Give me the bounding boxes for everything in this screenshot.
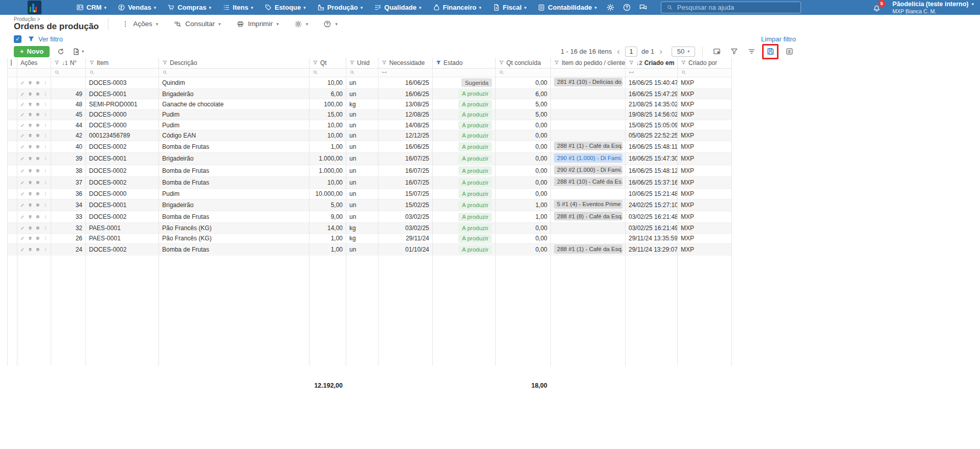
menu-contabilidade[interactable]: Contabilidade▾ [532,4,602,11]
order-link-chip[interactable]: 281 #1 (10) - Delícias do... [554,78,622,86]
delete-icon[interactable] [28,202,32,208]
print-icon[interactable] [36,168,40,174]
menu-itens[interactable]: Itens▾ [217,4,259,11]
delete-icon[interactable] [28,122,32,128]
funnel-active-icon[interactable] [436,60,441,65]
limpar-filtro-link[interactable]: Limpar filtro [761,35,796,43]
table-row[interactable]: 36DOCES-0000Pudim10.000,00un15/07/25A pr… [8,189,732,199]
menu-estoque[interactable]: Estoque▾ [259,4,311,11]
more-actions-icon[interactable] [43,246,48,253]
columns-config-button[interactable] [710,46,723,58]
print-icon[interactable] [36,191,40,197]
prev-page-button[interactable]: ‹ [616,47,621,56]
edit-icon[interactable] [20,246,25,253]
column-header-num[interactable]: ↓1N° [51,58,86,68]
column-filter-unid[interactable] [346,68,378,77]
print-icon[interactable] [36,101,40,107]
delete-icon[interactable] [28,235,32,241]
edit-icon[interactable] [20,235,25,241]
table-row[interactable]: 24DOCES-0002Bomba de Frutas1,00un01/10/2… [8,244,732,256]
more-actions-icon[interactable] [43,144,48,150]
delete-icon[interactable] [28,80,32,86]
export-button[interactable]: ▾ [72,48,84,56]
table-row[interactable]: 40DOCES-0002Bomba de Frutas1,00un16/06/2… [8,141,732,152]
table-row[interactable]: 37DOCES-0002Bomba de Frutas10,00un16/07/… [8,176,732,188]
funnel-icon[interactable] [499,60,504,65]
edit-icon[interactable] [20,101,25,107]
more-actions-icon[interactable] [43,191,48,197]
delete-icon[interactable] [28,91,32,97]
order-link-chip[interactable]: 288 #1 (1) - Café da Esq... [554,142,622,150]
print-icon[interactable] [36,132,40,139]
menu-qualidade[interactable]: Qualidade▾ [368,4,427,11]
column-header-qt[interactable]: Qt [309,58,346,68]
menu-producao[interactable]: Produção▾ [311,4,369,11]
filter-button[interactable] [727,46,741,58]
column-filter-num[interactable] [51,68,86,77]
acoes-menu-button[interactable]: Ações▾ [114,20,166,28]
edit-icon[interactable] [20,202,25,208]
edit-icon[interactable] [20,111,25,118]
edit-icon[interactable] [20,144,25,150]
notifications-button[interactable]: 5 [872,3,881,12]
table-row[interactable]: 44DOCES-0000Pudim10,00un14/08/25A produz… [8,120,732,130]
table-row[interactable]: 42000123456789Código EAN10,00un12/12/25A… [8,130,732,141]
app-logo[interactable] [28,1,41,14]
funnel-icon[interactable] [162,60,168,65]
delete-icon[interactable] [28,111,32,118]
table-row[interactable]: 39DOCES-0001Brigadeirão1.000,00un16/07/2… [8,153,732,165]
delete-icon[interactable] [28,144,32,150]
more-actions-icon[interactable] [43,132,48,139]
column-filter-criado_em[interactable] [626,68,678,77]
funnel-icon[interactable] [313,60,318,65]
column-header-necessidade[interactable]: Necessidade [378,58,433,68]
delete-icon[interactable] [28,214,32,220]
table-row[interactable]: DOCES-0003Quindim10,00un16/06/25Sugerida… [8,77,732,88]
funnel-icon[interactable] [382,60,387,65]
page-size-select[interactable]: 50▾ [672,47,695,57]
delete-icon[interactable] [28,155,32,162]
column-header-item[interactable]: Item [86,58,159,68]
edit-icon[interactable] [20,155,25,162]
more-actions-icon[interactable] [43,101,48,107]
print-icon[interactable] [36,144,40,150]
edit-icon[interactable] [20,179,25,186]
more-actions-icon[interactable] [43,225,48,231]
funnel-icon[interactable] [89,60,95,65]
table-row[interactable]: 33DOCES-0002Bomba de Frutas9,00un03/02/2… [8,211,732,223]
print-icon[interactable] [36,246,40,253]
novo-button[interactable]: +Novo [14,46,50,57]
print-icon[interactable] [36,214,40,220]
print-icon[interactable] [36,122,40,128]
menu-fiscal[interactable]: Fiscal▾ [487,4,532,11]
column-header-acoes[interactable]: Ações [17,58,51,68]
menu-vendas[interactable]: Vendas▾ [112,4,162,11]
more-actions-icon[interactable] [43,80,48,86]
edit-icon[interactable] [20,80,25,86]
more-actions-icon[interactable] [43,168,48,174]
delete-icon[interactable] [28,225,32,231]
delete-icon[interactable] [28,179,32,186]
print-icon[interactable] [36,91,40,97]
more-actions-icon[interactable] [43,202,48,208]
more-actions-icon[interactable] [43,214,48,220]
order-link-chip[interactable]: 288 #1 (1) - Café da Esq... [554,244,622,253]
settings-menu-button[interactable]: ▾ [286,20,316,28]
ver-filtro-checkbox[interactable]: ✓ [14,35,21,43]
page-number-input[interactable]: 1 [625,47,637,57]
imprimir-menu-button[interactable]: Imprimir▾ [229,20,286,28]
column-filter-descricao[interactable] [159,68,309,77]
delete-icon[interactable] [28,132,32,139]
column-header-qt_concluida[interactable]: Qt concluída [496,58,551,68]
print-icon[interactable] [36,225,40,231]
funnel-icon[interactable] [681,60,686,65]
table-row[interactable]: 49DOCES-0001Brigadeirão6,00un16/06/25A p… [8,88,732,99]
column-filter-qt[interactable] [309,68,346,77]
delete-icon[interactable] [28,168,32,174]
consultar-menu-button[interactable]: Consultar▾ [166,20,228,28]
print-icon[interactable] [36,235,40,241]
edit-icon[interactable] [20,132,25,139]
edit-icon[interactable] [20,168,25,174]
delete-icon[interactable] [28,246,32,253]
menu-crm[interactable]: CRM▾ [71,4,112,11]
